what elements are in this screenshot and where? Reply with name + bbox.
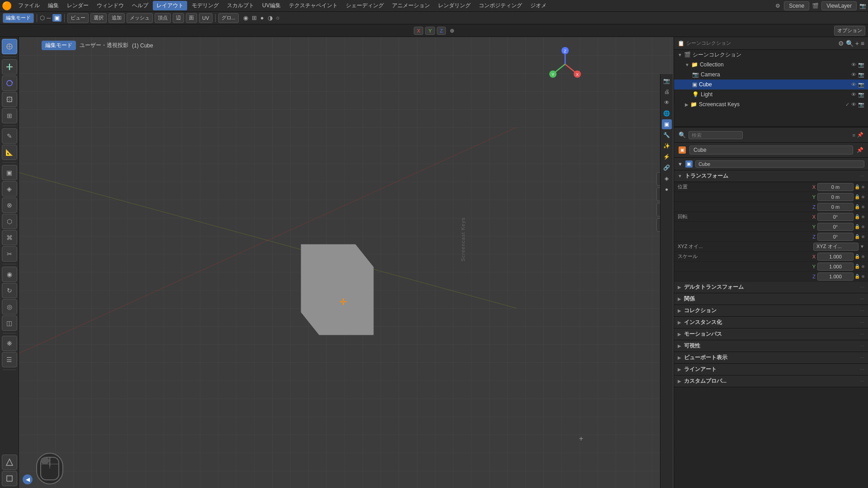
- move-tool-btn[interactable]: [2, 59, 17, 75]
- loc-z-lock[interactable]: 🔒: [854, 204, 860, 209]
- tab-compositing[interactable]: コンポジティング: [475, 1, 526, 10]
- local-global-icon[interactable]: ⊕: [450, 28, 454, 34]
- mode-arrow-icon[interactable]: ▼: [860, 244, 864, 249]
- scale-y-lock[interactable]: 🔒: [854, 264, 860, 269]
- measure-btn[interactable]: 📐: [2, 145, 17, 160]
- face-select-icon[interactable]: ▣: [52, 14, 61, 22]
- tab-rendering[interactable]: レンダリング: [434, 1, 474, 10]
- tree-item-cube[interactable]: ▣ Cube 👁 📷: [674, 80, 868, 89]
- tab-sculpt[interactable]: スカルプト: [223, 1, 258, 10]
- snap-btn[interactable]: [2, 455, 17, 470]
- add-cube-btn[interactable]: ▣: [2, 165, 17, 180]
- screencast-eye-icon[interactable]: 👁: [851, 102, 856, 108]
- rotation-z-value[interactable]: 0°: [817, 233, 854, 241]
- scale-z-dot[interactable]: [862, 275, 864, 278]
- light-eye-icon[interactable]: 👁: [851, 92, 856, 98]
- custom-props-section-header[interactable]: ▶ カスタムプロパ... ⋯: [674, 375, 868, 387]
- select-menu[interactable]: 選択: [90, 13, 107, 23]
- cp-options[interactable]: ⋯: [860, 379, 864, 384]
- tree-scene-collection[interactable]: ▼ 🎬 シーンコレクション: [674, 50, 868, 60]
- transform-section-header[interactable]: ▼ トランスフォーム ⋯: [674, 170, 868, 182]
- proportional-edit[interactable]: グロ...: [218, 13, 239, 23]
- tab-geometry[interactable]: ジオメ: [527, 1, 550, 10]
- push-pull-btn[interactable]: ☰: [2, 352, 17, 367]
- prop-tab-data[interactable]: ◈: [662, 174, 672, 183]
- outliner-add-icon[interactable]: +: [855, 40, 859, 47]
- motion-path-section-header[interactable]: ▶ モーションパス ⋯: [674, 328, 868, 340]
- rot-z-dot[interactable]: [862, 235, 864, 238]
- menu-help[interactable]: ヘルプ: [128, 1, 152, 10]
- rotate-tool-btn[interactable]: [2, 75, 17, 91]
- menu-edit[interactable]: 編集: [44, 1, 62, 10]
- screencast-arrow[interactable]: ▶: [685, 102, 689, 107]
- coord-x-btn[interactable]: X: [414, 27, 423, 35]
- prop-tab-particles[interactable]: ✨: [662, 141, 672, 151]
- edge-select-icon[interactable]: ─: [47, 14, 51, 21]
- bevel-btn[interactable]: ⬡: [2, 214, 17, 229]
- prop-tab-constraints[interactable]: 🔗: [662, 163, 672, 173]
- collection-eye-icon[interactable]: 👁: [851, 62, 856, 68]
- scale-x-value[interactable]: 1.000: [817, 253, 854, 261]
- overlay-icon[interactable]: ◉: [243, 14, 248, 21]
- rot-x-dot[interactable]: [862, 216, 864, 218]
- menu-window[interactable]: ウィンドウ: [93, 1, 127, 10]
- cube-eye-icon[interactable]: 👁: [851, 82, 856, 88]
- loc-x-dot[interactable]: [862, 186, 864, 188]
- viewport[interactable]: 編集モード ユーザー・透視投影 (1) Cube Z X Y: [19, 37, 674, 488]
- coord-z-btn[interactable]: Z: [437, 27, 446, 35]
- inset-btn[interactable]: ⊗: [2, 197, 17, 213]
- mode-selector[interactable]: 編集モード: [3, 13, 34, 23]
- relations-options[interactable]: ⋯: [860, 296, 864, 301]
- scale-tool-btn[interactable]: [2, 92, 17, 107]
- loc-x-lock[interactable]: 🔒: [854, 184, 860, 189]
- mesh-menu[interactable]: メッシュ: [127, 13, 153, 23]
- rot-z-lock[interactable]: 🔒: [854, 234, 860, 239]
- outliner-filter-icon[interactable]: ⚙: [838, 40, 844, 47]
- viewport-mode-btn[interactable]: 編集モード: [42, 41, 76, 50]
- annotate-btn[interactable]: ✎: [2, 128, 17, 144]
- face-menu[interactable]: 面: [186, 13, 197, 23]
- tree-item-light[interactable]: 💡 Light 👁 📷: [674, 89, 868, 99]
- coll-options[interactable]: ⋯: [860, 308, 864, 313]
- xray-icon[interactable]: ⊞: [252, 14, 257, 21]
- camera-eye-icon[interactable]: 👁: [851, 72, 856, 78]
- spin-btn[interactable]: ↻: [2, 283, 17, 298]
- add-menu[interactable]: 追加: [108, 13, 125, 23]
- motion-options[interactable]: ⋯: [860, 332, 864, 337]
- scale-y-dot[interactable]: [862, 265, 864, 268]
- rotation-mode-value[interactable]: XYZ オイ...: [813, 243, 859, 251]
- transform-tool-btn[interactable]: ⊞: [2, 108, 17, 123]
- location-z-value[interactable]: 0 m: [817, 203, 854, 211]
- tab-uv[interactable]: UV編集: [259, 1, 284, 10]
- location-y-value[interactable]: 0 m: [817, 193, 854, 201]
- vert-select-icon[interactable]: ⬡: [40, 14, 45, 21]
- screencast-check-icon[interactable]: ✓: [845, 102, 849, 108]
- view-mode-select-icon[interactable]: ◀: [23, 474, 33, 484]
- location-x-value[interactable]: 0 m: [817, 183, 854, 191]
- rotation-x-value[interactable]: 0°: [817, 213, 854, 221]
- viewport-gizmo[interactable]: Z X Y: [547, 46, 583, 82]
- shading-mat-icon[interactable]: ◑: [268, 14, 273, 21]
- tree-item-collection[interactable]: ▼ 📁 Collection 👁 📷: [674, 60, 868, 70]
- prop-tab-output[interactable]: 🖨: [662, 87, 672, 97]
- view-menu[interactable]: ビュー: [67, 13, 89, 23]
- screencast-render-icon[interactable]: 📷: [858, 102, 864, 108]
- object-pin-icon[interactable]: 📌: [857, 147, 863, 153]
- rot-x-lock[interactable]: 🔒: [854, 214, 860, 219]
- loc-z-dot[interactable]: [862, 206, 864, 208]
- rotation-y-value[interactable]: 0°: [817, 223, 854, 231]
- viewport-display-section-header[interactable]: ▶ ビューポート表示 ⋯: [674, 352, 868, 364]
- smooth-btn[interactable]: ◎: [2, 299, 17, 314]
- prop-pin-icon[interactable]: 📌: [857, 132, 863, 138]
- vertex-menu[interactable]: 頂点: [155, 13, 171, 23]
- delta-section-header[interactable]: ▶ デルタトランスフォーム ⋯: [674, 282, 868, 293]
- tab-animation[interactable]: アニメーション: [388, 1, 434, 10]
- loop-cut-btn[interactable]: ⌘: [2, 230, 17, 245]
- delta-options[interactable]: ⋯: [860, 285, 864, 290]
- collection-section-header[interactable]: ▶ コレクション ⋯: [674, 305, 868, 317]
- prop-tab-modifier[interactable]: 🔧: [662, 130, 672, 140]
- scale-z-lock[interactable]: 🔒: [854, 274, 860, 279]
- prop-panel-overflow[interactable]: ≡: [853, 132, 855, 138]
- viewlayer-selector[interactable]: ViewLayer: [821, 1, 857, 10]
- prop-tab-material[interactable]: ●: [662, 184, 672, 194]
